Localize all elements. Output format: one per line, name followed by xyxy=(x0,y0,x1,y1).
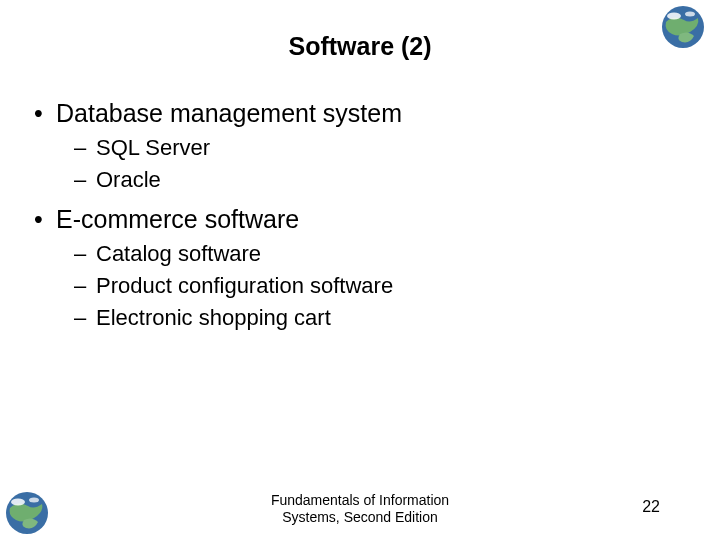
bullet-text: Oracle xyxy=(96,167,161,192)
bullet-level2: Catalog software xyxy=(30,239,690,269)
bullet-text: Catalog software xyxy=(96,241,261,266)
bullet-level2: Oracle xyxy=(30,165,690,195)
svg-point-1 xyxy=(667,13,681,20)
slide-content: Database management system SQL Server Or… xyxy=(30,96,690,334)
bullet-text: SQL Server xyxy=(96,135,210,160)
bullet-text: E-commerce software xyxy=(56,205,299,233)
bullet-level2: SQL Server xyxy=(30,133,690,163)
svg-point-2 xyxy=(685,12,695,17)
slide: Software (2) Database management system … xyxy=(0,0,720,540)
page-number: 22 xyxy=(642,498,660,516)
bullet-level1: E-commerce software xyxy=(30,202,690,237)
bullet-text: Database management system xyxy=(56,99,402,127)
footer-text: Fundamentals of Information Systems, Sec… xyxy=(0,492,720,526)
bullet-text: Product configuration software xyxy=(96,273,393,298)
bullet-level2: Electronic shopping cart xyxy=(30,303,690,333)
bullet-level1: Database management system xyxy=(30,96,690,131)
footer-line2: Systems, Second Edition xyxy=(282,509,438,525)
footer-line1: Fundamentals of Information xyxy=(271,492,449,508)
bullet-level2: Product configuration software xyxy=(30,271,690,301)
slide-title: Software (2) xyxy=(0,32,720,61)
bullet-text: Electronic shopping cart xyxy=(96,305,331,330)
